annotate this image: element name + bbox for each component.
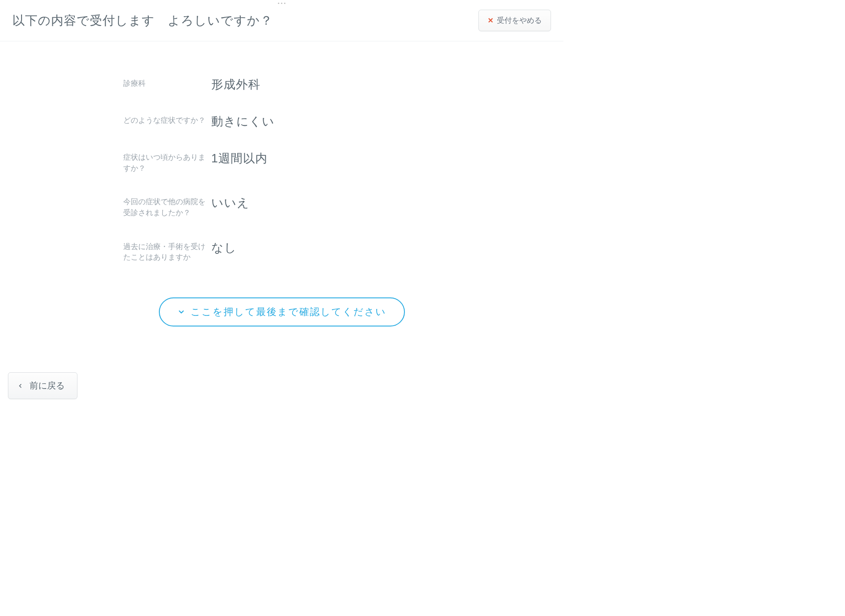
info-value: 1週間以内 [211, 150, 268, 166]
info-row-since-when: 症状はいつ頃からありますか？ 1週間以内 [123, 150, 440, 174]
close-icon: ✕ [488, 16, 493, 25]
info-row-symptom: どのような症状ですか？ 動きにくい [123, 114, 440, 129]
info-row-other-hospital: 今回の症状で他の病院を受診されましたか？ いいえ [123, 195, 440, 218]
page-title: 以下の内容で受付します よろしいですか？ [12, 12, 273, 29]
window-drag-handle [278, 3, 286, 4]
info-label: 症状はいつ頃からありますか？ [123, 150, 211, 174]
info-value: いいえ [211, 195, 250, 211]
chevron-down-icon [177, 308, 185, 316]
info-value: なし [211, 240, 237, 256]
info-label: どのような症状ですか？ [123, 114, 211, 126]
cancel-registration-button[interactable]: ✕ 受付をやめる [478, 10, 551, 31]
info-label: 今回の症状で他の病院を受診されましたか？ [123, 195, 211, 218]
info-row-department: 診療科 形成外科 [123, 77, 440, 92]
info-label: 診療科 [123, 77, 211, 89]
back-button-label: 前に戻る [29, 380, 65, 392]
chevron-left-icon [17, 383, 23, 389]
scroll-confirm-label: ここを押して最後まで確認してください [191, 305, 386, 319]
scroll-to-confirm-button[interactable]: ここを押して最後まで確認してください [159, 297, 405, 326]
info-value: 動きにくい [211, 114, 275, 129]
back-button[interactable]: 前に戻る [8, 372, 77, 399]
info-table: 診療科 形成外科 どのような症状ですか？ 動きにくい 症状はいつ頃からありますか… [123, 77, 440, 284]
confirmation-content: 診療科 形成外科 どのような症状ですか？ 動きにくい 症状はいつ頃からありますか… [0, 41, 563, 326]
cancel-button-label: 受付をやめる [497, 15, 542, 26]
info-row-past-treatment: 過去に治療・手術を受けたことはありますか なし [123, 240, 440, 263]
header: 以下の内容で受付します よろしいですか？ ✕ 受付をやめる [0, 0, 563, 41]
info-value: 形成外科 [211, 77, 261, 92]
info-label: 過去に治療・手術を受けたことはありますか [123, 240, 211, 263]
